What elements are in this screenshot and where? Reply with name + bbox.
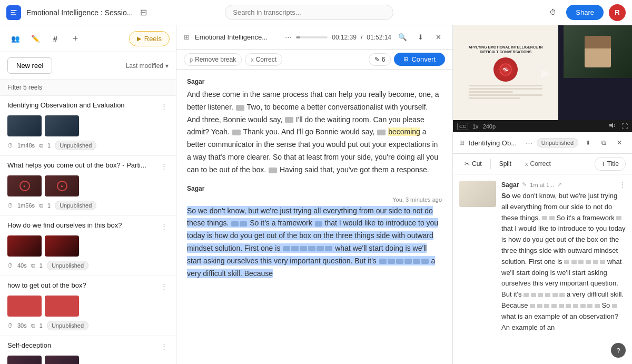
video-controls: CC 1x 240p ⛶ [453, 120, 632, 132]
collapse-icon[interactable] [140, 7, 147, 17]
reel-item[interactable]: What helps you come out of the box? - Pa… [0, 156, 176, 216]
correct-chip[interactable]: x Correct [245, 53, 282, 66]
reels-label: Reels [144, 35, 162, 43]
reel-duration: 1m56s [17, 202, 35, 209]
redacted-word [559, 293, 565, 297]
app-container: Emotional Intelligence : Sessio... ⏱ Sha… [0, 0, 632, 364]
reel-thumbnail [7, 235, 42, 257]
transcript-search-button[interactable]: 🔍 [396, 31, 409, 44]
reel-more-button[interactable]: ⋮ [160, 161, 169, 171]
presenter-thumbnail [564, 25, 632, 78]
reel-thumbnail [45, 235, 79, 257]
speed-control[interactable]: 1x [472, 123, 479, 130]
reel-more-button[interactable]: ⋮ [160, 101, 169, 111]
add-nav-button[interactable]: + [66, 29, 84, 47]
cut-button[interactable]: ✂ Cut [459, 158, 487, 170]
reel-more-button[interactable]: ⋮ [160, 221, 169, 231]
people-nav-button[interactable]: 👥 [6, 29, 24, 47]
transcript-speaker: Sagar [187, 185, 442, 192]
edit-icon: ✎ [374, 56, 380, 63]
reel-thumbnail [45, 115, 79, 136]
app-logo [6, 5, 21, 20]
reel-thumbnail [7, 296, 42, 317]
clip-more-button[interactable]: ⋮ [619, 181, 626, 189]
title-label: Title [607, 160, 619, 168]
reel-editor-more-button[interactable]: ⋯ [525, 138, 534, 148]
transcript-close-button[interactable]: ✕ [431, 31, 445, 44]
redacted-word [325, 246, 332, 251]
selected-text: So we don't know, but we're just trying … [187, 206, 438, 278]
reel-editor-download-button[interactable]: ⬇ [581, 136, 594, 149]
reel-more-button[interactable]: ⋮ [160, 341, 169, 351]
split-button[interactable]: Split [494, 158, 517, 170]
redacted-word [269, 168, 277, 173]
reel-editor-status-badge: Unpublished [537, 138, 578, 147]
reel-item[interactable]: How do we find ourselves in this box? ⋮ … [0, 216, 176, 276]
reel-editor-header: ⊞ Identifying Ob... ⋯ Unpublished ⬇ ⧉ ✕ [453, 132, 632, 154]
convert-button[interactable]: ⊞ Convert [394, 53, 445, 66]
reel-more-button[interactable]: ⋮ [160, 281, 169, 291]
slide-brain-icon [493, 57, 518, 82]
redacted-word [537, 304, 542, 308]
transcript-speaker: Sagar [187, 78, 442, 85]
share-button[interactable]: Share [566, 5, 604, 20]
sidebar-nav: 👥 ✏️ # + ▶ Reels [0, 25, 176, 52]
clock-icon: ⏱ [7, 142, 13, 149]
reel-editor-copy-button[interactable]: ⧉ [597, 136, 610, 149]
redacted-word [232, 130, 241, 135]
clock-icon: ⏱ [7, 262, 13, 269]
redacted-word [404, 259, 412, 264]
reel-duration: 30s [17, 322, 27, 329]
last-modified-sort[interactable]: Last modified ▾ [126, 62, 169, 70]
history-button[interactable]: ⏱ [544, 4, 561, 21]
title-button[interactable]: T Title [595, 157, 626, 171]
quality-control[interactable]: 240p [483, 123, 496, 130]
reel-item[interactable]: how to get out of the box? ⋮ ⏱ 30s [0, 276, 176, 336]
highlighted-text: becoming [388, 127, 420, 136]
pencil-nav-button[interactable]: ✏️ [26, 29, 44, 47]
reel-thumbnails [7, 356, 169, 364]
cc-button[interactable]: CC [457, 123, 468, 130]
time-current: 00:12:39 [332, 34, 357, 41]
sort-arrow-icon: ▾ [165, 62, 169, 70]
redacted-word [549, 216, 555, 220]
remove-break-chip[interactable]: p Remove break [184, 53, 242, 66]
svg-point-2 [503, 67, 508, 72]
help-button[interactable]: ? [611, 343, 626, 358]
reel-meta: ⏱ 1m56s ⧉ 1 Unpublished [7, 201, 169, 210]
clock-icon: ⏱ [549, 8, 556, 16]
transcript-panel: ⊞ Emotional Intelligence... ⋯ 00:12:39 /… [176, 25, 453, 364]
reel-editor-title: Identifying Ob... [469, 139, 521, 147]
redacted-word [595, 304, 600, 308]
new-reel-button[interactable]: New reel [7, 57, 52, 74]
reel-item[interactable]: Self-deception ⋮ ⏱ 36s ⧉ [0, 336, 176, 364]
reels-tab[interactable]: ▶ Reels [129, 31, 170, 46]
top-right-controls: ⏱ Share R [544, 4, 626, 21]
reel-clips: 1 [39, 262, 43, 269]
reel-correct-chip[interactable]: x Correct [520, 158, 556, 170]
redacted-word [530, 304, 535, 308]
reel-status-badge: Unpublished [47, 261, 88, 270]
reel-status-badge: Unpublished [47, 321, 88, 330]
divider [490, 159, 491, 169]
reel-clips: 1 [47, 202, 51, 209]
reel-editor-close-button[interactable]: ✕ [613, 136, 626, 149]
redacted-word [240, 221, 247, 227]
reel-meta: ⏱ 40s ⧉ 1 Unpublished [7, 261, 169, 270]
transcript-more-button[interactable]: ⋯ [285, 33, 292, 41]
reel-thumbnails: ● ● [7, 175, 169, 196]
volume-icon[interactable] [609, 122, 617, 130]
fullscreen-icon[interactable]: ⛶ [621, 123, 628, 130]
hashtag-nav-button[interactable]: # [46, 29, 64, 47]
reel-header: Identifying Observation and Evaluation ⋮ [7, 101, 169, 111]
clip-count-icon: ⧉ [39, 142, 43, 149]
reel-body: Sagar ✎ 1m at 1... ↗ ⋮ So we don't know,… [453, 174, 632, 364]
search-input[interactable] [225, 5, 393, 20]
transcript-download-button[interactable]: ⬇ [413, 31, 427, 44]
reel-item[interactable]: Identifying Observation and Evaluation ⋮… [0, 96, 176, 156]
redacted-word [587, 304, 592, 308]
redacted-word [283, 246, 290, 251]
redacted-word [571, 260, 577, 264]
play-arrow-icon: ▶ [541, 65, 550, 80]
redacted-word [544, 304, 549, 308]
